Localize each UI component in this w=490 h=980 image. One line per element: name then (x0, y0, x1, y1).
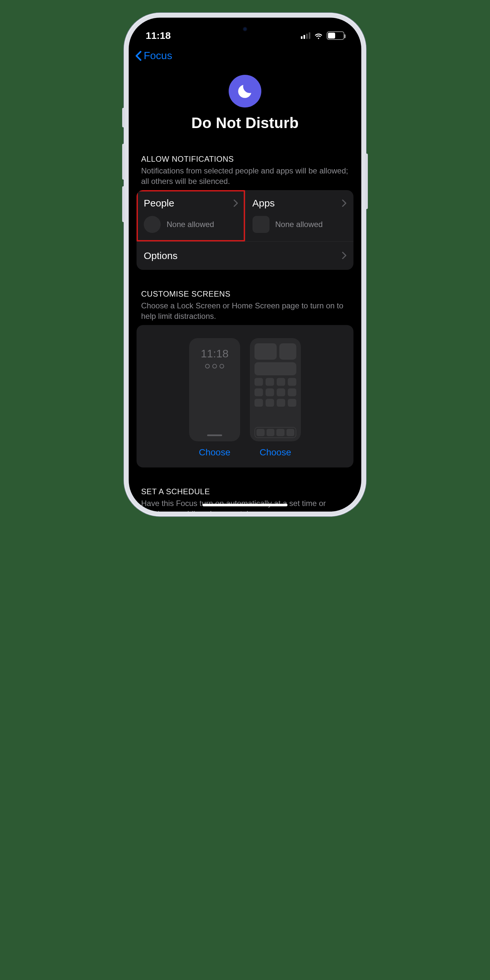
page-title: Do Not Disturb (129, 114, 361, 132)
notch (201, 18, 289, 33)
side-button (122, 108, 125, 127)
app-placeholder-icon (253, 216, 269, 233)
schedule-section: SET A SCHEDULE Have this Focus turn on a… (137, 487, 353, 512)
status-right: 43 (301, 31, 344, 40)
choose-lock-button[interactable]: Choose (189, 447, 240, 458)
volume-up-button (122, 144, 125, 180)
apps-cell[interactable]: Apps None allowed (245, 190, 354, 242)
power-button (365, 154, 368, 209)
moon-icon (229, 75, 261, 108)
screens-card: 11:18 Choose Choose (137, 325, 353, 468)
chevron-right-icon (342, 197, 346, 209)
choose-home-button[interactable]: Choose (250, 447, 301, 458)
home-indicator[interactable] (202, 504, 288, 506)
lock-screen-preview[interactable]: 11:18 (189, 338, 240, 441)
apps-label: Apps (253, 197, 275, 209)
section-title: CUSTOMISE SCREENS (141, 290, 349, 299)
app-grid-icon (255, 378, 296, 407)
screen: 11:18 43 Focus Do Not Disturb (129, 18, 361, 512)
options-row[interactable]: Options (137, 242, 353, 270)
section-desc: Notifications from selected people and a… (141, 165, 349, 187)
options-label: Options (144, 250, 177, 261)
chevron-right-icon (342, 250, 346, 261)
people-value: None allowed (167, 220, 214, 229)
section-title: ALLOW NOTIFICATIONS (141, 154, 349, 164)
status-time: 11:18 (146, 30, 171, 41)
avatar-placeholder (144, 216, 161, 233)
nav-back[interactable]: Focus (129, 44, 361, 62)
widget-icon (255, 362, 296, 375)
lock-preview-time: 11:18 (200, 347, 228, 360)
people-label: People (144, 197, 174, 209)
volume-down-button (122, 186, 125, 222)
allow-card: People None allowed (137, 190, 353, 270)
customise-screens-section: CUSTOMISE SCREENS Choose a Lock Screen o… (137, 290, 353, 468)
section-title: SET A SCHEDULE (141, 487, 349, 496)
home-screen-preview[interactable] (250, 338, 301, 441)
allow-notifications-section: ALLOW NOTIFICATIONS Notifications from s… (137, 154, 353, 270)
widget-icon (255, 343, 277, 360)
section-desc: Choose a Lock Screen or Home Screen page… (141, 301, 349, 322)
hero: Do Not Disturb (129, 62, 361, 135)
widget-icon (279, 343, 296, 360)
apps-value: None allowed (275, 220, 323, 229)
device-frame: 11:18 43 Focus Do Not Disturb (124, 13, 366, 516)
battery-icon: 43 (327, 31, 344, 40)
chevron-right-icon (233, 197, 238, 209)
people-cell[interactable]: People None allowed (137, 190, 245, 242)
home-indicator-icon (207, 434, 222, 436)
dock-icon (255, 427, 296, 438)
front-camera (243, 27, 247, 31)
lock-preview-dots (205, 364, 224, 369)
battery-level: 43 (328, 33, 343, 38)
nav-back-label: Focus (144, 50, 172, 62)
wifi-icon (313, 32, 323, 39)
cellular-icon (301, 32, 310, 39)
